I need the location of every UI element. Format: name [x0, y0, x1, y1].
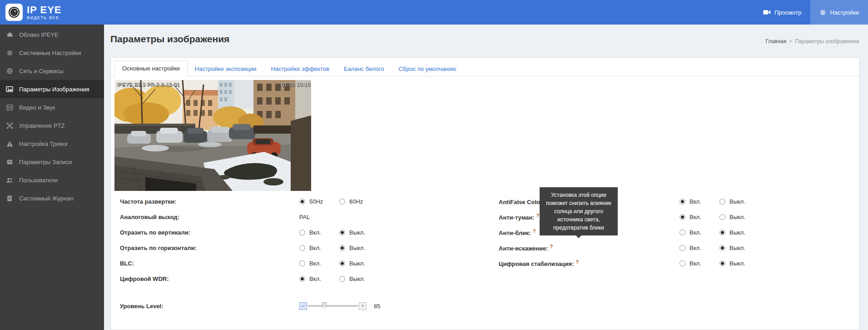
radio-option-label: Выкл.: [349, 229, 365, 236]
sidebar-item-label: Облако IPEYE: [19, 31, 59, 38]
warning-icon: [6, 140, 13, 147]
field-label-flip-vertical: Отразить по вертикали:: [114, 229, 299, 236]
field-label-anti-distortion: Анти-искажение:?: [499, 244, 680, 252]
field-control-level: −+85: [299, 302, 380, 310]
sidebar-item-ptz[interactable]: Управление PTZ: [0, 116, 104, 135]
radio-option-digital-wdr-1[interactable]: Выкл.: [339, 275, 379, 282]
radio-unselected-icon[interactable]: [680, 230, 685, 235]
sidebar-item-label: Управление PTZ: [19, 122, 64, 129]
field-control-anti-distortion: Вкл.Выкл.: [680, 245, 759, 251]
radio-option-digital-wdr-0[interactable]: Вкл.: [299, 275, 339, 282]
radio-unselected-icon[interactable]: [339, 199, 345, 205]
camera-preview-image: [114, 80, 311, 191]
help-icon-digital-stabilization[interactable]: ?: [576, 259, 579, 265]
cloud-icon: [6, 31, 13, 38]
radio-option-scan-frequency-0[interactable]: 50Hz: [299, 198, 339, 205]
preview-overlay-timestamp: 01-20 13:19: [281, 82, 310, 87]
help-icon-anti-distortion[interactable]: ?: [550, 244, 553, 249]
logo-subtitle: ВИДЕТЬ ВСЕ: [27, 16, 62, 20]
radio-selected-icon[interactable]: [719, 245, 725, 251]
field-control-flip-horizontal: Вкл.Выкл.: [299, 245, 379, 251]
radio-option-label: Выкл.: [729, 214, 745, 220]
nav-view-label: Просмотр: [774, 9, 801, 16]
radio-unselected-icon[interactable]: [680, 260, 685, 266]
radio-option-scan-frequency-1[interactable]: 60Hz: [339, 198, 379, 205]
radio-unselected-icon[interactable]: [719, 199, 725, 205]
radio-option-blc-1[interactable]: Выкл.: [339, 260, 379, 267]
radio-option-flip-horizontal-0[interactable]: Вкл.: [299, 245, 339, 251]
radio-option-label: Вкл.: [309, 245, 321, 251]
radio-selected-icon[interactable]: [339, 230, 345, 235]
radio-option-flip-vertical-0[interactable]: Вкл.: [299, 229, 339, 236]
radio-unselected-icon[interactable]: [719, 214, 725, 220]
radio-option-label: Вкл.: [689, 198, 701, 205]
radio-selected-icon[interactable]: [680, 199, 685, 205]
sidebar-item-cloud[interactable]: Облако IPEYE: [0, 25, 104, 44]
radio-option-anti-fog-1[interactable]: Выкл.: [719, 214, 759, 220]
form-row-level: Уровень Level:−+85: [114, 298, 850, 314]
field-value-analog-output: PAL: [299, 214, 310, 220]
sidebar-item-alarms[interactable]: Настройка Тревог: [0, 135, 104, 153]
radio-option-flip-horizontal-1[interactable]: Выкл.: [339, 245, 379, 251]
radio-option-label: Вкл.: [689, 214, 701, 220]
radio-selected-icon[interactable]: [680, 214, 685, 220]
radio-selected-icon[interactable]: [299, 199, 305, 205]
radio-selected-icon[interactable]: [719, 260, 725, 266]
logo-title: IP EYE: [27, 5, 62, 15]
sidebar-item-label: Настройка Тревог: [19, 140, 68, 147]
radio-option-label: Вкл.: [689, 245, 701, 251]
field-control-flip-vertical: Вкл.Выкл.: [299, 229, 379, 236]
radio-selected-icon[interactable]: [719, 230, 725, 235]
sidebar-item-video[interactable]: Видео и Звук: [0, 98, 104, 116]
radio-option-blc-0[interactable]: Вкл.: [299, 260, 339, 267]
radio-unselected-icon[interactable]: [299, 230, 305, 235]
field-label-flip-horizontal: Отразить по горизонтали:: [114, 245, 299, 251]
radio-unselected-icon[interactable]: [299, 260, 305, 266]
radio-option-antifalse-color-0[interactable]: Вкл.: [680, 198, 719, 205]
tab-main[interactable]: Основные настройки: [114, 60, 188, 76]
radio-option-label: 50Hz: [309, 198, 323, 205]
sidebar-item-record[interactable]: Параметры Записи: [0, 153, 104, 171]
sidebar-item-log[interactable]: Системный Журнал: [0, 189, 104, 207]
field-label-digital-wdr: Цифровой WDR:: [114, 275, 299, 282]
breadcrumb: Главная>Параметры изображения: [766, 38, 859, 45]
radio-unselected-icon[interactable]: [339, 276, 345, 282]
radio-option-label: Выкл.: [729, 198, 745, 205]
sidebar-item-users[interactable]: Пользователи: [0, 171, 104, 189]
radio-unselected-icon[interactable]: [680, 245, 685, 251]
sidebar-item-network[interactable]: Сеть и Сервисы: [0, 62, 104, 80]
radio-option-anti-distortion-1[interactable]: Выкл.: [719, 245, 759, 251]
breadcrumb-separator: >: [789, 38, 792, 45]
sidebar-item-image[interactable]: Параметры Изображения: [0, 80, 104, 98]
radio-option-anti-distortion-0[interactable]: Вкл.: [680, 245, 719, 251]
radio-option-digital-stabilization-0[interactable]: Вкл.: [680, 260, 719, 267]
tab-reset[interactable]: Сброс по умолчанию: [391, 61, 463, 76]
radio-option-flip-vertical-1[interactable]: Выкл.: [339, 229, 379, 236]
slider-increase-button[interactable]: +: [359, 302, 367, 310]
tab-wb[interactable]: Баланс белого: [337, 61, 392, 76]
radio-option-label: Выкл.: [729, 229, 745, 236]
slider-decrease-button[interactable]: −: [299, 302, 307, 310]
help-icon-anti-glare[interactable]: ?: [533, 228, 536, 234]
radio-selected-icon[interactable]: [339, 245, 345, 251]
slider-track[interactable]: [308, 305, 358, 307]
radio-option-anti-glare-0[interactable]: Вкл.: [680, 229, 719, 236]
radio-unselected-icon[interactable]: [299, 245, 305, 251]
radio-option-anti-fog-0[interactable]: Вкл.: [680, 214, 719, 220]
radio-selected-icon[interactable]: [299, 276, 305, 282]
radio-option-label: Вкл.: [689, 229, 701, 236]
radio-option-anti-glare-1[interactable]: Выкл.: [719, 229, 759, 236]
radio-option-antifalse-color-1[interactable]: Выкл.: [719, 198, 759, 205]
nav-settings-button[interactable]: Настройки: [810, 0, 868, 25]
slider-handle[interactable]: [322, 302, 327, 309]
radio-option-digital-stabilization-1[interactable]: Выкл.: [719, 260, 759, 267]
nav-view-button[interactable]: Просмотр: [754, 0, 810, 25]
radio-selected-icon[interactable]: [339, 260, 345, 266]
breadcrumb-link[interactable]: Главная: [766, 38, 787, 45]
radio-option-label: Выкл.: [729, 245, 745, 251]
tab-exposure[interactable]: Настройки экспозиции: [188, 61, 264, 76]
sidebar-item-system[interactable]: Системные Настройки: [0, 44, 104, 62]
sidebar-item-label: Системный Журнал: [19, 195, 74, 202]
help-icon-anti-fog[interactable]: ?: [536, 213, 540, 218]
tab-effects[interactable]: Настройки эффектов: [263, 61, 336, 76]
